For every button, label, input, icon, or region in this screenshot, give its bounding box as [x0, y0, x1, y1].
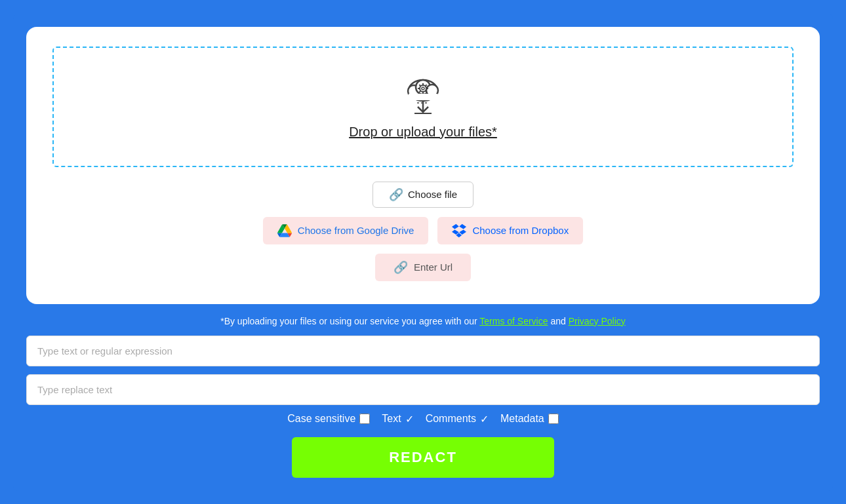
- choose-google-drive-button[interactable]: Choose from Google Drive: [263, 217, 429, 244]
- case-sensitive-option: Case sensitive: [287, 413, 370, 425]
- choose-file-button[interactable]: 🔗 Choose file: [373, 182, 473, 208]
- outer-container: Drop or upload your files* 🔗 Choose file: [13, 14, 833, 491]
- search-input[interactable]: [26, 336, 820, 366]
- dropzone[interactable]: Drop or upload your files*: [52, 47, 794, 167]
- cloud-upload-icon: [400, 74, 446, 117]
- buttons-row: 🔗 Choose file Choose from Google Drive: [52, 182, 794, 281]
- choose-file-label: Choose file: [408, 189, 457, 200]
- privacy-policy-link[interactable]: Privacy Policy: [569, 316, 626, 326]
- svg-rect-4: [409, 94, 437, 100]
- main-card: Drop or upload your files* 🔗 Choose file: [26, 27, 820, 304]
- cloud-buttons-row: Choose from Google Drive Choose from Dro…: [263, 217, 583, 244]
- google-drive-icon: [277, 223, 292, 238]
- terms-middle: and: [550, 316, 568, 326]
- terms-before: *By uploading your files or using our se…: [220, 316, 479, 326]
- terms-text: *By uploading your files or using our se…: [26, 316, 820, 326]
- choose-dropbox-button[interactable]: Choose from Dropbox: [437, 217, 583, 244]
- options-row: Case sensitive Text ✓ Comments ✓ Metadat…: [26, 413, 820, 425]
- replace-input[interactable]: [26, 374, 820, 405]
- terms-of-service-link[interactable]: Terms of Service: [479, 316, 548, 326]
- text-option: Text ✓: [382, 413, 413, 425]
- enter-url-label: Enter Url: [414, 262, 453, 273]
- text-check-icon: ✓: [405, 413, 414, 425]
- url-link-icon: 🔗: [393, 260, 408, 275]
- comments-check-icon: ✓: [480, 413, 489, 425]
- google-drive-label: Choose from Google Drive: [298, 225, 414, 236]
- dropbox-label: Choose from Dropbox: [472, 225, 569, 236]
- comments-option: Comments ✓: [426, 413, 489, 425]
- drop-text: Drop or upload your files*: [349, 125, 497, 140]
- metadata-option: Metadata: [500, 413, 559, 425]
- dropbox-icon: [452, 223, 466, 238]
- text-label: Text: [382, 413, 401, 425]
- comments-label: Comments: [426, 413, 476, 425]
- metadata-label: Metadata: [500, 413, 544, 425]
- case-sensitive-checkbox[interactable]: [359, 414, 370, 424]
- link-icon: 🔗: [389, 187, 403, 202]
- enter-url-button[interactable]: 🔗 Enter Url: [375, 254, 471, 281]
- metadata-checkbox[interactable]: [548, 414, 559, 424]
- redact-button[interactable]: REDACT: [292, 437, 554, 478]
- case-sensitive-label: Case sensitive: [287, 413, 355, 425]
